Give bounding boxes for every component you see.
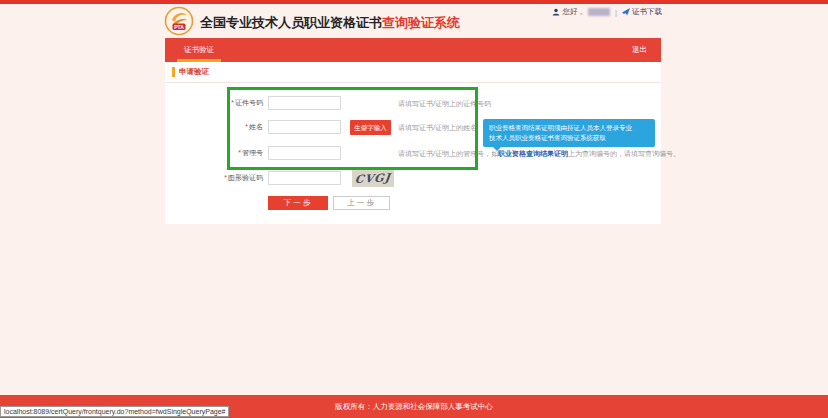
next-step-button[interactable]: 下一步 <box>268 196 328 210</box>
section-header: 申请验证 <box>172 67 209 77</box>
user-greeting: 您好， | 证书下载 <box>552 7 662 17</box>
paper-plane-icon <box>622 8 630 16</box>
tooltip-line-2: 技术人员职业资格证书查询验证系统获取 <box>489 133 649 143</box>
name-label: *姓名 <box>165 120 263 134</box>
page-title-sub: 查询验证系统 <box>382 15 460 30</box>
query-result-cert-link[interactable]: 职业资格查询结果证明 <box>498 150 568 157</box>
tooltip-bubble: 职业资格查询结果证明须由持证人员本人登录专业 技术人员职业资格证书查询验证系统获… <box>483 119 655 147</box>
rare-character-input-button[interactable]: 生僻字输入 <box>350 120 391 135</box>
section-title: 申请验证 <box>179 67 209 77</box>
user-icon <box>552 8 560 16</box>
id-number-input[interactable] <box>268 96 341 110</box>
greeting-text: 您好， <box>563 7 586 17</box>
page-title: 全国专业技术人员职业资格证书查询验证系统 <box>200 14 460 32</box>
pta-logo-text: PTA <box>174 24 184 30</box>
masked-username <box>588 8 610 16</box>
captcha-label: *图形验证码 <box>165 171 263 185</box>
logout-link[interactable]: 退出 <box>632 38 647 62</box>
previous-step-button[interactable]: 上一步 <box>333 196 390 210</box>
section-accent-bar <box>172 67 175 77</box>
tooltip-arrow <box>493 147 501 155</box>
top-red-bar <box>0 0 828 4</box>
browser-status-url: localhost:8089/certQuery/frontquery.do?m… <box>0 406 229 417</box>
id-number-label: *证件号码 <box>165 96 263 110</box>
tooltip-line-1: 职业资格查询结果证明须由持证人员本人登录专业 <box>489 123 649 133</box>
certificate-download-link[interactable]: 证书下载 <box>622 7 662 17</box>
management-number-label: *管理号 <box>165 146 263 160</box>
hint-text-suffix: 上为查询编号的，请填写查询编号。 <box>568 150 680 157</box>
content-panel: 申请验证 *证件号码 请填写证书/证明上的证件号码 *姓名 生僻字输入 请填写证… <box>165 62 661 224</box>
page-title-main: 全国专业技术人员职业资格证书 <box>200 15 382 30</box>
management-number-input[interactable] <box>268 146 341 160</box>
name-hint: 请填写证书/证明上的姓名 <box>398 123 477 133</box>
pta-logo-icon: PTA <box>164 6 194 36</box>
captcha-image[interactable]: CVGJ <box>352 170 394 187</box>
hint-text-prefix: 请填写证书/证明上的管理号，如 <box>398 150 498 157</box>
id-number-hint: 请填写证书/证明上的证件号码 <box>398 99 491 109</box>
certificate-download-label: 证书下载 <box>632 7 662 17</box>
captcha-input[interactable] <box>268 171 341 185</box>
section-divider <box>165 82 661 83</box>
captcha-text: CVGJ <box>354 171 392 186</box>
nav-bar: 证书验证 退出 <box>165 38 661 62</box>
page: PTA 全国专业技术人员职业资格证书查询验证系统 您好， | 证书下载 证书验证… <box>0 0 828 418</box>
management-number-hint: 请填写证书/证明上的管理号，如职业资格查询结果证明上为查询编号的，请填写查询编号… <box>398 149 680 159</box>
name-input[interactable] <box>268 120 341 134</box>
greeting-separator: | <box>615 8 617 17</box>
